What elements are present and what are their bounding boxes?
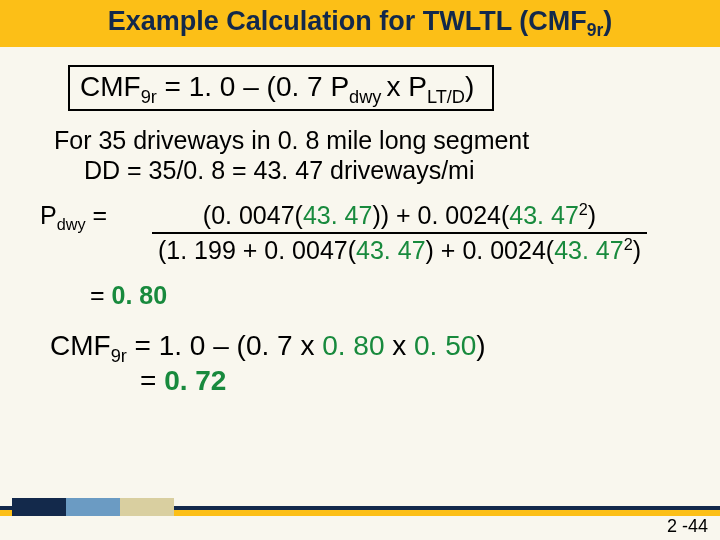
cmf-final-line-2: = 0. 72 — [140, 363, 680, 398]
pdwy-fraction: (0. 0047(43. 47)) + 0. 0024(43. 472) (1.… — [152, 201, 647, 265]
slide-content: CMF9r = 1. 0 – (0. 7 Pdwy x PLT/D) For 3… — [0, 47, 720, 398]
title-sub: 9r — [587, 20, 604, 40]
footer-block-1 — [12, 498, 66, 516]
formula-mid: x P — [386, 71, 426, 102]
formula-sub3: LT/D — [427, 87, 465, 107]
formula-lhs: CMF — [80, 71, 141, 102]
formula-suffix: ) — [465, 71, 474, 102]
main-formula: CMF9r = 1. 0 – (0. 7 Pdwy x PLT/D) — [68, 65, 494, 111]
formula-lhs-sub: 9r — [141, 87, 157, 107]
title-prefix: Example Calculation for TWLTL (CMF — [108, 6, 587, 36]
cmf-line1-sub: 9r — [111, 346, 127, 366]
den-b: ) + 0. 0024( — [426, 236, 555, 264]
context-line-2: DD = 35/0. 8 = 43. 47 driveways/mi — [84, 155, 680, 185]
page-number: 2 -44 — [667, 516, 708, 537]
cmf-line1-b: = 1. 0 – (0. 7 x — [127, 330, 322, 361]
formula-sub2: dwy — [349, 87, 386, 107]
cmf-line1-a: CMF — [50, 330, 111, 361]
den-c: ) — [633, 236, 641, 264]
num-c: ) — [588, 201, 596, 229]
title-bar: Example Calculation for TWLTL (CMF9r) — [0, 0, 720, 47]
den-hl2: 43. 47 — [554, 236, 624, 264]
footer-blocks — [12, 498, 174, 516]
cmf-line1-d: ) — [476, 330, 485, 361]
pdwy-label-prefix: P — [40, 201, 57, 229]
footer-strip — [0, 498, 720, 516]
title-suffix: ) — [603, 6, 612, 36]
pdwy-label-sub: dwy — [57, 215, 86, 233]
footer-block-3 — [120, 498, 174, 516]
pdwy-label: Pdwy = — [40, 201, 112, 230]
num-a: (0. 0047( — [203, 201, 303, 229]
page-title: Example Calculation for TWLTL (CMF9r) — [10, 6, 710, 37]
num-sup1: 2 — [579, 200, 588, 218]
cmf-line2-a: = — [140, 365, 164, 396]
cmf-line1-hl2: 0. 50 — [414, 330, 476, 361]
result1-value: 0. 80 — [112, 281, 168, 309]
cmf-final-line-1: CMF9r = 1. 0 – (0. 7 x 0. 80 x 0. 50) — [50, 328, 680, 363]
pdwy-equation: Pdwy = (0. 0047(43. 47)) + 0. 0024(43. 4… — [40, 201, 680, 265]
pdwy-numerator: (0. 0047(43. 47)) + 0. 0024(43. 472) — [152, 201, 647, 232]
pdwy-result: = 0. 80 — [90, 281, 680, 310]
cmf-line1-hl1: 0. 80 — [322, 330, 384, 361]
num-hl1: 43. 47 — [303, 201, 373, 229]
num-hl2: 43. 47 — [509, 201, 579, 229]
pdwy-label-suffix: = — [86, 201, 108, 229]
cmf-line1-c: x — [384, 330, 414, 361]
den-hl1: 43. 47 — [356, 236, 426, 264]
den-a: (1. 199 + 0. 0047( — [158, 236, 356, 264]
cmf-line2-hl: 0. 72 — [164, 365, 226, 396]
result1-prefix: = — [90, 281, 112, 309]
den-sup1: 2 — [624, 235, 633, 253]
footer-block-2 — [66, 498, 120, 516]
formula-eq: = 1. 0 – (0. 7 P — [157, 71, 349, 102]
num-b: )) + 0. 0024( — [372, 201, 509, 229]
context-line-1: For 35 driveways in 0. 8 mile long segme… — [54, 125, 680, 155]
pdwy-denominator: (1. 199 + 0. 0047(43. 47) + 0. 0024(43. … — [152, 232, 647, 265]
